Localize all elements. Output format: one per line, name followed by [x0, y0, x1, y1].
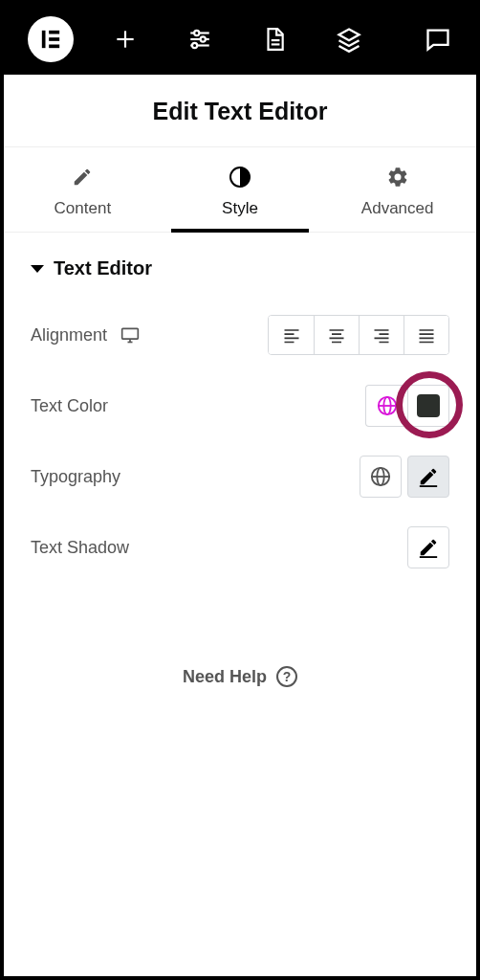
plus-icon	[113, 27, 138, 52]
chat-icon	[425, 26, 451, 53]
svg-marker-14	[339, 30, 360, 41]
svg-point-9	[201, 36, 206, 41]
panel-frame: Edit Text Editor Content Style Advanced …	[4, 4, 476, 976]
align-right-button[interactable]	[359, 316, 404, 354]
align-justify-icon	[417, 325, 436, 345]
control-alignment: Alignment	[31, 312, 449, 358]
svg-rect-16	[122, 328, 139, 339]
control-typography: Typography	[31, 454, 449, 500]
align-center-icon	[327, 325, 346, 345]
site-settings-button[interactable]	[163, 4, 237, 75]
help-label: Need Help	[183, 667, 267, 687]
tab-label: Advanced	[361, 199, 434, 218]
alignment-choices	[268, 315, 449, 355]
notes-button[interactable]	[409, 4, 467, 75]
control-text-shadow: Text Shadow	[31, 524, 449, 570]
sliders-icon	[187, 27, 212, 52]
topbar	[4, 4, 476, 75]
align-left-icon	[282, 325, 301, 345]
edit-text-shadow-button[interactable]	[407, 526, 449, 568]
svg-rect-42	[420, 556, 437, 558]
svg-point-11	[192, 43, 197, 48]
svg-rect-1	[49, 31, 59, 34]
caret-down-icon	[31, 265, 44, 273]
pencil-icon	[72, 165, 93, 189]
pencil-underline-icon	[418, 466, 439, 487]
tab-style[interactable]: Style	[162, 147, 319, 232]
elementor-logo-icon	[28, 16, 74, 62]
control-text-color: Text Color	[31, 383, 449, 429]
tab-content[interactable]: Content	[4, 147, 162, 232]
layers-icon	[336, 26, 362, 53]
page-settings-button[interactable]	[237, 4, 312, 75]
color-swatch	[417, 394, 440, 417]
contrast-icon	[229, 165, 251, 189]
document-icon	[262, 27, 287, 52]
global-typography-button[interactable]	[360, 456, 402, 498]
section-title: Text Editor	[54, 257, 152, 279]
svg-rect-0	[42, 31, 46, 48]
typography-label: Typography	[31, 467, 120, 487]
structure-button[interactable]	[312, 4, 386, 75]
svg-rect-41	[420, 485, 437, 487]
gear-icon	[386, 165, 409, 189]
pencil-underline-icon	[418, 537, 439, 558]
globe-icon	[377, 395, 398, 416]
align-right-icon	[372, 325, 391, 345]
svg-rect-3	[49, 45, 59, 49]
svg-rect-2	[49, 37, 59, 41]
global-color-button[interactable]	[365, 385, 407, 427]
tab-label: Content	[55, 199, 112, 218]
svg-point-7	[194, 31, 199, 35]
align-left-button[interactable]	[269, 316, 314, 354]
color-picker-button[interactable]	[407, 385, 449, 427]
help-link[interactable]: Need Help ?	[31, 666, 449, 687]
alignment-label: Alignment	[31, 325, 107, 345]
tab-advanced[interactable]: Advanced	[318, 147, 476, 232]
edit-typography-button[interactable]	[407, 456, 449, 498]
text-shadow-label: Text Shadow	[31, 538, 129, 558]
section-toggle[interactable]: Text Editor	[31, 257, 449, 279]
tabs: Content Style Advanced	[4, 147, 476, 233]
elementor-logo[interactable]	[13, 4, 88, 75]
panel-title: Edit Text Editor	[4, 75, 476, 147]
section-text-editor: Text Editor Alignment	[4, 233, 476, 687]
tab-label: Style	[222, 199, 258, 218]
help-icon: ?	[276, 666, 297, 687]
align-center-button[interactable]	[314, 316, 359, 354]
add-element-button[interactable]	[88, 4, 163, 75]
globe-icon	[370, 466, 391, 487]
responsive-icon[interactable]	[120, 325, 140, 345]
text-color-label: Text Color	[31, 396, 108, 416]
align-justify-button[interactable]	[404, 316, 448, 354]
